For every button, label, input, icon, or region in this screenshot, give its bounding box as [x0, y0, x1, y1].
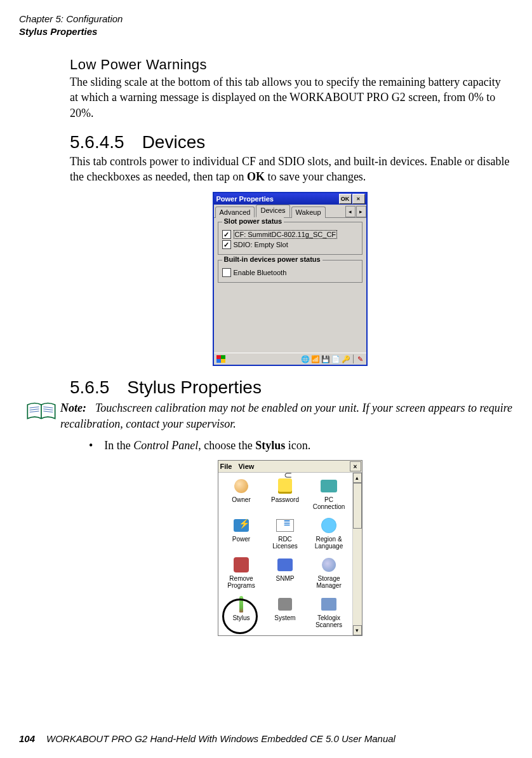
tab-scroll-left[interactable]: ◂ — [345, 206, 356, 217]
owner-icon — [232, 477, 251, 496]
system-label: System — [274, 614, 295, 621]
heading-devices: 5.6.4.5Devices — [70, 132, 510, 152]
checkbox-bluetooth[interactable] — [222, 268, 231, 277]
bullet-pre: In the — [104, 439, 133, 452]
cp-system[interactable]: System — [263, 593, 307, 633]
remove-label: Remove Programs — [227, 575, 255, 589]
checkbox-cf[interactable]: ✓ — [222, 230, 231, 239]
control-panel-window: File View × Owner Password PC Connection… — [218, 460, 362, 636]
cp-rdc-licenses[interactable]: RDC Licenses — [263, 515, 307, 554]
scroll-up-button[interactable]: ▴ — [353, 473, 362, 483]
tab-scroll: ◂ ▸ — [345, 206, 366, 217]
close-button[interactable]: × — [350, 461, 361, 471]
owner-label: Owner — [232, 496, 250, 503]
page-footer: 104WORKABOUT PRO G2 Hand-Held With Windo… — [19, 733, 396, 744]
checkbox-sdio[interactable]: ✓ — [222, 240, 231, 249]
scroll-thumb[interactable] — [353, 483, 362, 529]
close-button[interactable]: × — [352, 194, 365, 204]
section-line: Stylus Properties — [19, 25, 513, 38]
chapter-line: Chapter 5: Configuration — [19, 13, 513, 25]
tab-scroll-right[interactable]: ▸ — [356, 206, 366, 217]
secnum-stylus: 5.6.5 — [70, 377, 109, 397]
bullet-mid: , choose the — [198, 439, 255, 452]
heading-low-power: Low Power Warnings — [70, 57, 510, 73]
region-icon — [319, 516, 338, 535]
cp-grid: Owner Password PC Connection Power RDC L… — [218, 473, 352, 635]
cp-password[interactable]: Password — [263, 475, 307, 515]
password-icon — [276, 477, 295, 496]
checkbox-row-cf[interactable]: ✓ CF: SummitDC-802.11g_SC_CF — [222, 230, 358, 239]
para-devices-post: to save your changes. — [265, 170, 366, 183]
checkbox-row-bluetooth[interactable]: Enable Bluetooth — [222, 268, 358, 277]
bullet-text: In the Control Panel, choose the Stylus … — [104, 439, 310, 452]
titlebar: Power Properties OK × — [214, 193, 366, 205]
tray-network-icon[interactable]: 📶 — [311, 355, 320, 363]
group-slot-power: ✓ CF: SummitDC-802.11g_SC_CF ✓ SDIO: Emp… — [218, 222, 362, 255]
figure-power-properties: Power Properties OK × Advanced Devices W… — [70, 192, 510, 366]
cp-teklogix-scanners[interactable]: Teklogix Scanners — [307, 593, 351, 633]
start-button[interactable] — [215, 355, 227, 363]
menu-view[interactable]: View — [238, 463, 254, 470]
tab-wakeup[interactable]: Wakeup — [291, 206, 326, 218]
tray-key-icon[interactable]: 🔑 — [342, 355, 350, 363]
note-label: Note: — [60, 402, 86, 414]
tab-advanced[interactable]: Advanced — [215, 206, 255, 218]
snmp-icon — [276, 555, 295, 574]
para-devices: This tab controls power to individual CF… — [70, 154, 510, 185]
bullet-dot: • — [89, 439, 93, 452]
power-label: Power — [232, 536, 250, 543]
rdc-label: RDC Licenses — [272, 536, 297, 550]
tray-doc-icon[interactable]: 📄 — [331, 355, 340, 363]
ok-button[interactable]: OK — [339, 194, 352, 204]
bullet-stylus: • In the Control Panel, choose the Stylu… — [89, 439, 510, 452]
para-devices-bold: OK — [247, 170, 265, 183]
cp-power[interactable]: Power — [220, 515, 263, 554]
page-header: Chapter 5: Configuration Stylus Properti… — [19, 13, 513, 37]
tab-devices[interactable]: Devices — [256, 205, 289, 217]
cp-remove-programs[interactable]: Remove Programs — [220, 554, 263, 593]
cp-pc-connection[interactable]: PC Connection — [307, 475, 351, 515]
stylus-icon — [232, 595, 251, 614]
region-label: Region & Language — [315, 536, 343, 550]
page-number: 104 — [19, 733, 35, 744]
figure-control-panel: File View × Owner Password PC Connection… — [70, 460, 510, 636]
rdc-icon — [276, 516, 295, 535]
note-body: Touchscreen calibration may not be enabl… — [60, 402, 512, 430]
scrollbar[interactable]: ▴ ▾ — [352, 473, 362, 635]
stylus-label: Stylus — [232, 614, 249, 621]
scroll-track[interactable] — [353, 529, 362, 625]
panel-body: ✓ CF: SummitDC-802.11g_SC_CF ✓ SDIO: Emp… — [214, 218, 366, 353]
bullet-post: icon. — [285, 439, 310, 452]
windows-flag-icon — [216, 355, 225, 363]
tray-card-icon[interactable]: 💾 — [321, 355, 330, 363]
system-icon — [276, 595, 295, 614]
note-icon — [25, 400, 60, 424]
note-text: Note:Touchscreen calibration may not be … — [60, 400, 513, 431]
sectitle-stylus: Stylus Properties — [127, 377, 262, 397]
teklogix-icon — [319, 595, 338, 614]
label-bluetooth: Enable Bluetooth — [234, 269, 287, 276]
group-builtin: Enable Bluetooth — [218, 260, 362, 283]
cp-storage-manager[interactable]: Storage Manager — [307, 554, 351, 593]
bullet-bold: Stylus — [255, 439, 285, 452]
tray-pen-icon[interactable]: ✎ — [356, 355, 365, 363]
heading-stylus: 5.6.5Stylus Properties — [70, 377, 510, 398]
cp-owner[interactable]: Owner — [220, 475, 263, 515]
menu-file[interactable]: File — [220, 463, 232, 470]
snmp-label: SNMP — [276, 575, 295, 582]
checkbox-row-sdio[interactable]: ✓ SDIO: Empty Slot — [222, 240, 358, 249]
storage-label: Storage Manager — [316, 575, 341, 589]
taskbar: 🌐 📶 💾 📄 🔑 ✎ — [214, 353, 366, 365]
pc-connection-label: PC Connection — [313, 496, 345, 510]
scroll-down-button[interactable]: ▾ — [353, 625, 362, 635]
footer-text: WORKABOUT PRO G2 Hand-Held With Windows … — [46, 733, 396, 744]
cp-snmp[interactable]: SNMP — [263, 554, 307, 593]
cp-body: Owner Password PC Connection Power RDC L… — [218, 473, 362, 635]
pc-connection-icon — [319, 477, 338, 496]
cp-region-language[interactable]: Region & Language — [307, 515, 351, 554]
bullet-em: Control Panel — [133, 439, 198, 452]
tray-globe-icon[interactable]: 🌐 — [301, 355, 310, 363]
cp-stylus[interactable]: Stylus — [220, 593, 263, 633]
storage-icon — [319, 555, 338, 574]
sectitle-devices: Devices — [142, 132, 206, 152]
